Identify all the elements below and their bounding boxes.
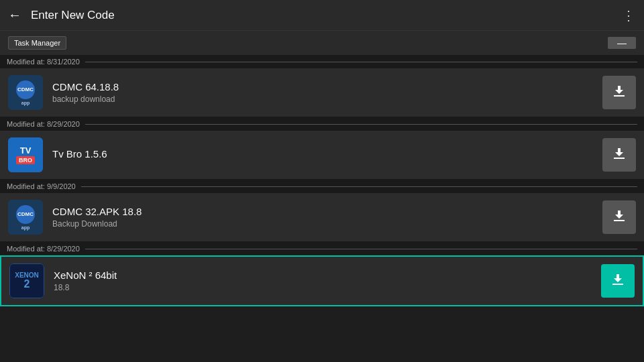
item-title: Tv Bro 1.5.6 <box>52 148 602 160</box>
date-separator: Modified at: 8/29/2020 <box>0 117 644 131</box>
date-label: Modified at: 8/29/2020 <box>7 120 80 128</box>
item-info: CDMC 32.APK 18.8 Backup Download <box>52 206 602 229</box>
download-icon <box>611 145 627 165</box>
download-icon <box>610 272 626 291</box>
date-line <box>81 186 637 187</box>
minimize-button[interactable]: — <box>608 37 636 49</box>
date-line <box>85 62 637 62</box>
download-icon <box>611 83 627 103</box>
download-button[interactable] <box>602 138 636 172</box>
item-title: CDMC 64.18.8 <box>52 81 602 93</box>
date-label: Modified at: 8/29/2020 <box>7 245 80 253</box>
download-button[interactable] <box>601 264 635 298</box>
header: ← Enter New Code ⋮ <box>0 0 644 31</box>
more-options-button[interactable]: ⋮ <box>622 7 636 23</box>
app-icon: CDMC app <box>8 200 43 235</box>
item-subtitle: backup download <box>52 95 602 104</box>
app-icon: CDMC app <box>8 75 43 110</box>
svg-rect-3 <box>612 284 623 285</box>
app-icon: XENON 2 <box>9 263 44 298</box>
svg-rect-2 <box>614 220 625 221</box>
download-button[interactable] <box>602 76 636 109</box>
item-title: CDMC 32.APK 18.8 <box>52 206 602 217</box>
list-item[interactable]: CDMC app CDMC 64.18.8 backup download <box>0 68 644 117</box>
page-title: Enter New Code <box>31 9 622 22</box>
list-item[interactable]: CDMC app CDMC 32.APK 18.8 Backup Downloa… <box>0 193 644 242</box>
item-subtitle: 18.8 <box>54 283 601 292</box>
item-info: XeNoN ² 64bit 18.8 <box>54 269 601 292</box>
item-info: CDMC 64.18.8 backup download <box>52 81 602 104</box>
date-separator: Modified at: 8/31/2020 <box>0 55 644 68</box>
taskbar: Task Manager — <box>0 31 644 55</box>
date-line <box>85 124 637 125</box>
svg-rect-0 <box>614 95 625 97</box>
item-title: XeNoN ² 64bit <box>54 269 601 281</box>
content-list: Modified at: 8/31/2020 CDMC app CDMC 64.… <box>0 55 644 362</box>
task-manager-button[interactable]: Task Manager <box>8 36 66 50</box>
date-line <box>85 249 637 249</box>
download-button[interactable] <box>602 200 636 234</box>
date-separator: Modified at: 9/9/2020 <box>0 180 644 193</box>
svg-rect-1 <box>614 158 625 159</box>
list-item[interactable]: XENON 2 XeNoN ² 64bit 18.8 <box>0 255 644 306</box>
list-item[interactable]: TV BRO Tv Bro 1.5.6 <box>0 131 644 180</box>
app-icon: TV BRO <box>8 137 43 172</box>
date-label: Modified at: 9/9/2020 <box>7 182 76 190</box>
back-button[interactable]: ← <box>8 7 21 23</box>
date-label: Modified at: 8/31/2020 <box>7 58 80 66</box>
download-icon <box>611 208 627 227</box>
item-subtitle: Backup Download <box>52 219 602 229</box>
date-separator: Modified at: 8/29/2020 <box>0 242 644 255</box>
item-info: Tv Bro 1.5.6 <box>52 148 602 162</box>
